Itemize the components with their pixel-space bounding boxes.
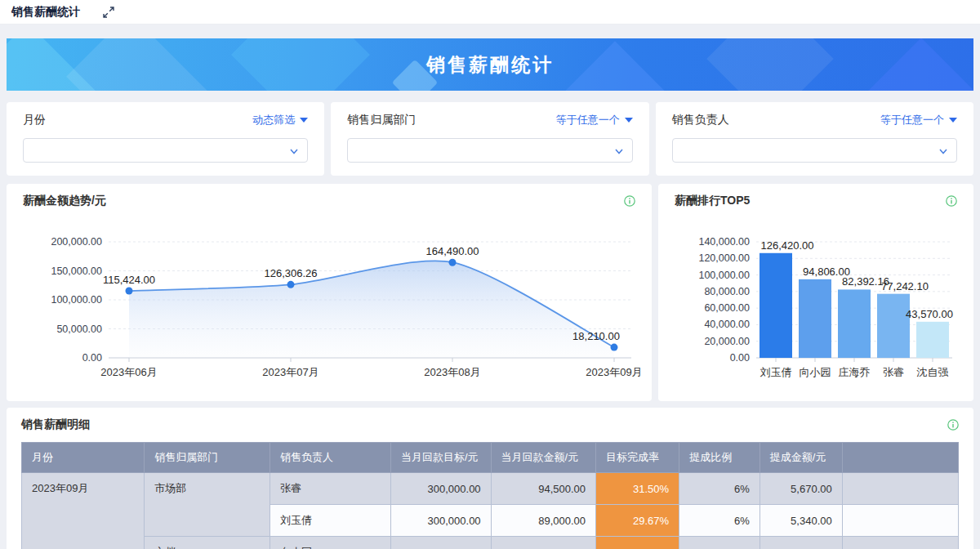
bar[interactable] (838, 289, 871, 358)
table-cell: 文档 (145, 537, 270, 549)
column-header: 销售负责人 (270, 443, 390, 473)
detail-table-title: 销售薪酬明细 (21, 417, 90, 432)
filter-person: 销售负责人 等于任意一个 (656, 102, 973, 176)
caret-down-icon (625, 118, 633, 123)
banner: 销售薪酬统计 (7, 38, 973, 91)
table-cell: 张睿 (270, 473, 390, 505)
filter-month: 月份 动态筛选 (7, 102, 324, 176)
x-axis-tick-label: 庄海乔 (839, 366, 871, 378)
table-cell: 300,000.00 (390, 505, 491, 537)
filter-department: 销售归属部门 等于任意一个 (331, 102, 648, 176)
x-axis-tick-label: 2023年08月 (424, 366, 480, 378)
bar[interactable] (916, 322, 949, 358)
charts-row: 薪酬金额趋势/元 0.0050,000.00100,000.00150,000.… (7, 184, 973, 401)
table-cell: 31.50% (596, 473, 679, 505)
filter-month-select[interactable] (23, 138, 308, 163)
table-row: 文档向小园300,000.00120,000.0040.00%6%7,200.0… (22, 537, 959, 549)
top5-bar-chart: 0.0020,000.0040,000.0060,000.0080,000.00… (675, 212, 957, 394)
column-header: 目标完成率 (596, 443, 679, 473)
bar[interactable] (799, 279, 831, 358)
info-icon[interactable] (946, 195, 957, 207)
filter-department-mode-dropdown[interactable]: 等于任意一个 (556, 113, 633, 127)
detail-table: 月份销售归属部门销售负责人当月回款目标/元当月回款金额/元目标完成率提成比例提成… (21, 442, 959, 549)
table-header-row: 月份销售归属部门销售负责人当月回款目标/元当月回款金额/元目标完成率提成比例提成… (22, 443, 959, 473)
y-axis-tick-label: 50,000.00 (56, 324, 102, 335)
info-icon[interactable] (624, 195, 635, 207)
x-axis-tick-label: 向小园 (800, 366, 831, 378)
table-cell: 6% (679, 537, 760, 549)
x-axis-tick-label: 2023年06月 (100, 366, 157, 378)
chevron-down-icon (614, 146, 624, 156)
data-point[interactable] (287, 281, 295, 288)
trend-chart-title: 薪酬金额趋势/元 (23, 194, 106, 208)
y-axis-tick-label: 150,000.00 (51, 266, 102, 277)
table-cell: 300,000.00 (390, 473, 491, 505)
y-axis-tick-label: 40,000.00 (704, 319, 750, 330)
y-axis-tick-label: 60,000.00 (704, 302, 750, 314)
trend-chart-panel: 薪酬金额趋势/元 0.0050,000.00100,000.00150,000.… (7, 184, 652, 401)
data-point[interactable] (449, 259, 457, 266)
table-cell: 5,670.00 (760, 473, 842, 505)
banner-title: 销售薪酬统计 (7, 38, 973, 91)
y-axis-tick-label: 0.00 (730, 352, 750, 364)
table-cell: 6% (679, 505, 760, 537)
table-cell: 向小园 (270, 537, 390, 549)
table-row: 2023年09月市场部张睿300,000.0094,500.0031.50%6%… (22, 473, 959, 505)
table-cell: 300,000.00 (390, 537, 491, 549)
column-header (842, 443, 958, 473)
bar-value-label: 77,242.10 (881, 280, 929, 292)
top-bar: 销售薪酬统计 (0, 0, 980, 25)
bar-value-label: 43,570.00 (906, 308, 953, 320)
bar[interactable] (760, 253, 792, 358)
chevron-down-icon (289, 146, 299, 156)
area-fill (129, 261, 614, 358)
point-value-label: 115,424.00 (103, 274, 155, 286)
data-point[interactable] (126, 288, 133, 295)
table-cell: 5,340.00 (760, 505, 842, 537)
column-header: 提成金额/元 (760, 443, 842, 473)
column-header: 当月回款目标/元 (390, 443, 491, 473)
filter-row: 月份 动态筛选 销售归属部门 等于任意一个 销售负责人 等于任意一个 (7, 102, 973, 176)
table-cell: 94,500.00 (491, 473, 595, 505)
y-axis-tick-label: 140,000.00 (698, 236, 750, 248)
table-cell: 7,200.00 (760, 537, 842, 549)
table-cell (842, 505, 958, 537)
table-cell: 89,000.00 (491, 505, 595, 537)
page-title: 销售薪酬统计 (11, 5, 80, 20)
x-axis-tick-label: 2023年09月 (586, 366, 642, 378)
info-icon[interactable] (947, 419, 959, 431)
y-axis-tick-label: 0.00 (82, 352, 102, 364)
filter-person-mode-dropdown[interactable]: 等于任意一个 (880, 113, 957, 127)
table-cell: 6% (679, 473, 760, 505)
table-cell (842, 537, 958, 549)
caret-down-icon (949, 118, 957, 123)
bar-value-label: 126,420.00 (760, 239, 813, 252)
point-value-label: 18,210.00 (572, 330, 620, 342)
filter-department-label: 销售归属部门 (347, 113, 416, 127)
filter-person-label: 销售负责人 (672, 113, 729, 127)
y-axis-tick-label: 20,000.00 (704, 336, 750, 347)
column-header: 销售归属部门 (145, 443, 270, 473)
fullscreen-expand-icon[interactable] (103, 7, 114, 18)
table-cell: 2023年09月 (22, 473, 145, 549)
bar[interactable] (877, 294, 910, 358)
table-cell (842, 473, 958, 505)
filter-department-select[interactable] (347, 138, 632, 163)
caret-down-icon (300, 118, 308, 123)
x-axis-tick-label: 张睿 (883, 366, 904, 378)
column-header: 当月回款金额/元 (491, 443, 595, 473)
filter-month-mode-dropdown[interactable]: 动态筛选 (252, 113, 308, 127)
point-value-label: 164,490.00 (425, 245, 479, 257)
filter-month-label: 月份 (23, 113, 46, 127)
table-cell: 120,000.00 (491, 537, 595, 549)
filter-person-select[interactable] (672, 138, 957, 163)
column-header: 月份 (22, 443, 145, 473)
x-axis-tick-label: 沈自强 (916, 366, 949, 378)
x-axis-tick-label: 刘玉倩 (760, 366, 792, 378)
table-cell: 29.67% (596, 505, 679, 537)
table-cell: 刘玉倩 (270, 505, 390, 537)
data-point[interactable] (611, 344, 618, 351)
detail-table-panel: 销售薪酬明细 月份销售归属部门销售负责人当月回款目标/元当月回款金额/元目标完成… (7, 408, 973, 549)
column-header: 提成比例 (679, 443, 760, 473)
y-axis-tick-label: 100,000.00 (698, 270, 750, 281)
